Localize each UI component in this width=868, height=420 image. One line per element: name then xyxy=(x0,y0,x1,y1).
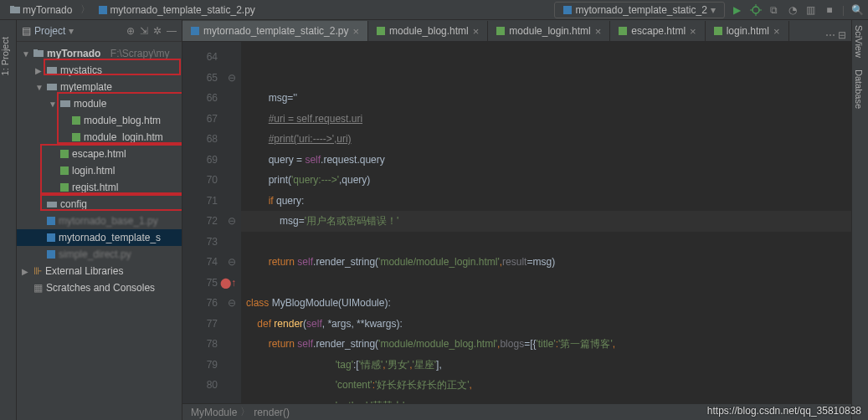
search-icon[interactable]: 🔍 xyxy=(851,4,863,16)
stop-button[interactable]: ■ xyxy=(824,4,835,16)
svg-rect-10 xyxy=(47,84,57,90)
chevron-right-icon: 〉 xyxy=(80,3,90,17)
python-icon xyxy=(563,6,572,14)
close-icon[interactable]: × xyxy=(473,25,480,38)
editor-code[interactable]: msg='' #uri = self.request.uri #print('u… xyxy=(241,42,851,403)
svg-rect-0 xyxy=(10,7,20,13)
run-config-label: mytornado_template_static_2 xyxy=(575,4,706,16)
project-tool-button[interactable]: 1: Project xyxy=(0,37,10,75)
tab-module-login[interactable]: module_login.html× xyxy=(488,21,610,41)
coverage-button[interactable]: ⧉ xyxy=(768,4,780,16)
tab-mytornado[interactable]: mytornado_template_static_2.py× xyxy=(182,21,368,41)
tree-module-blog[interactable]: module_blog.htm xyxy=(17,112,182,129)
close-icon[interactable]: × xyxy=(773,25,780,38)
sciview-tool-button[interactable]: SciView xyxy=(854,25,864,58)
tree-scratches[interactable]: ▦Scratches and Consoles xyxy=(17,279,182,296)
tree-grey1[interactable]: mytornado_base_1.py xyxy=(17,213,182,229)
project-panel-title: Project xyxy=(34,25,65,37)
html-icon xyxy=(60,166,69,175)
tree-mytemplate[interactable]: ▼mytemplate xyxy=(17,79,182,95)
html-icon xyxy=(496,27,505,35)
python-icon xyxy=(191,27,199,35)
close-icon[interactable]: × xyxy=(690,25,696,38)
chevron-down-icon: ▾ xyxy=(711,4,716,16)
crumb-project[interactable]: myTornado xyxy=(5,3,77,18)
tree-root[interactable]: ▼myTornado F:\Scrapy\my xyxy=(17,45,182,62)
locate-icon[interactable]: ⊕ xyxy=(126,25,135,37)
run-config-dropdown[interactable]: mytornado_template_static_2 ▾ xyxy=(554,2,724,18)
right-tool-strip: SciView Database xyxy=(851,20,868,420)
tree-external-libraries[interactable]: ▶⊪External Libraries xyxy=(17,263,182,279)
left-tool-strip: 1: Project xyxy=(0,20,17,420)
editor-tabs: mytornado_template_static_2.py× module_b… xyxy=(182,20,851,42)
crumb-file-label: mytornado_template_static_2.py xyxy=(110,4,254,16)
tree-config[interactable]: config xyxy=(17,196,182,213)
tree-mystatics[interactable]: ▶mystatics xyxy=(17,62,182,79)
python-icon xyxy=(99,6,107,14)
tree-module[interactable]: ▼module xyxy=(17,95,182,112)
hide-icon[interactable]: — xyxy=(167,25,177,37)
python-icon xyxy=(47,217,55,225)
html-icon xyxy=(60,150,69,158)
svg-rect-12 xyxy=(47,202,57,207)
project-panel: ▤ Project ▾ ⊕ ⇲ ✲ — ▼myTornado F:\Scrapy… xyxy=(17,20,182,420)
project-panel-header: ▤ Project ▾ ⊕ ⇲ ✲ — xyxy=(17,20,182,42)
lib-icon: ⊪ xyxy=(33,265,42,277)
tree-module-login[interactable]: module_login.htm xyxy=(17,129,182,146)
project-tree[interactable]: ▼myTornado F:\Scrapy\my ▶mystatics ▼myte… xyxy=(17,42,182,300)
python-icon xyxy=(47,250,55,259)
tab-login[interactable]: login.html× xyxy=(706,21,789,41)
collapse-icon[interactable]: ⇲ xyxy=(140,25,148,37)
scratches-icon: ▦ xyxy=(33,282,43,294)
crumb-project-label: myTornado xyxy=(23,4,72,16)
tree-regist[interactable]: regist.html xyxy=(17,179,182,196)
html-icon xyxy=(377,27,385,35)
tree-grey2[interactable]: simple_direct.py xyxy=(17,246,182,263)
gutter[interactable]: 64 65 66 67 68 69 70 71 72 73 74 75 76 7… xyxy=(182,42,241,403)
html-icon xyxy=(60,183,69,192)
tab-module-blog[interactable]: module_blog.html× xyxy=(368,21,488,41)
tab-escape[interactable]: escape.html× xyxy=(610,21,705,41)
top-toolbar: myTornado 〉 mytornado_template_static_2.… xyxy=(0,0,868,20)
tree-login[interactable]: login.html xyxy=(17,162,182,179)
editor: mytornado_template_static_2.py× module_b… xyxy=(182,20,851,420)
crumb-file[interactable]: mytornado_template_static_2.py xyxy=(94,3,259,18)
tree-escape[interactable]: escape.html xyxy=(17,146,182,162)
gutter-marks: ⊖⊖⊖⬤↑⊖ xyxy=(220,47,236,396)
svg-rect-8 xyxy=(33,49,38,51)
project-view-icon: ▤ xyxy=(22,25,31,37)
tabs-overflow[interactable]: ⋯ ⊟ xyxy=(820,29,851,41)
svg-rect-1 xyxy=(10,6,14,8)
chevron-down-icon[interactable]: ▾ xyxy=(69,25,74,37)
ed-crumb-class[interactable]: MyModule xyxy=(191,407,237,418)
html-icon xyxy=(714,27,722,35)
gear-icon[interactable]: ✲ xyxy=(153,25,162,37)
toolbar-right: mytornado_template_static_2 ▾ ▶ ⧉ ◔ ▥ ■ … xyxy=(554,2,863,18)
html-icon xyxy=(619,27,627,35)
html-icon xyxy=(72,133,80,141)
database-tool-button[interactable]: Database xyxy=(854,69,864,109)
watermark: https://blog.csdn.net/qq_35810838 xyxy=(707,405,861,417)
profile-button[interactable]: ◔ xyxy=(787,4,799,16)
tree-current-file[interactable]: mytornado_template_s xyxy=(17,229,182,246)
run-button[interactable]: ▶ xyxy=(732,4,743,16)
python-icon xyxy=(47,233,55,242)
svg-rect-9 xyxy=(47,67,57,74)
html-icon xyxy=(72,116,80,125)
debug-button[interactable] xyxy=(750,4,762,16)
svg-rect-11 xyxy=(60,100,70,107)
close-icon[interactable]: × xyxy=(595,25,602,38)
svg-point-2 xyxy=(752,7,759,13)
ed-crumb-method[interactable]: render() xyxy=(254,407,290,418)
close-icon[interactable]: × xyxy=(352,25,359,38)
breadcrumb: myTornado 〉 mytornado_template_static_2.… xyxy=(5,3,260,18)
svg-rect-7 xyxy=(33,50,44,57)
concurrency-button[interactable]: ▥ xyxy=(805,4,817,16)
